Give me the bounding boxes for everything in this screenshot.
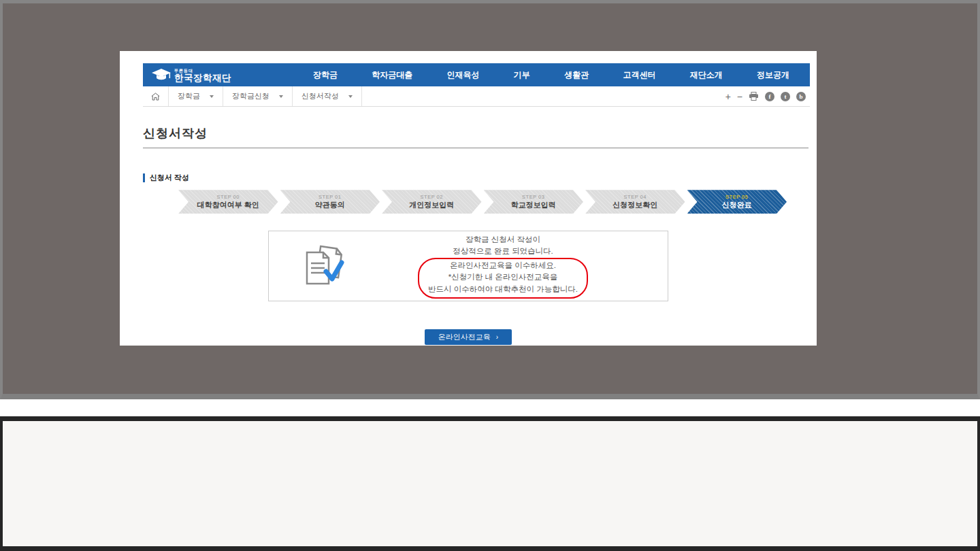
nav-item-disclosure[interactable]: 정보공개 bbox=[757, 69, 789, 81]
chevron-down-icon bbox=[348, 95, 353, 98]
step-personal-info: STEP 02 개인정보입력 bbox=[382, 190, 482, 214]
page-title: 신청서작성 bbox=[143, 125, 810, 141]
facebook-icon[interactable]: f bbox=[765, 92, 774, 101]
graduation-cap-icon bbox=[151, 67, 172, 82]
site-logo[interactable]: 푸른등대 한국장학재단 bbox=[151, 67, 231, 82]
breadcrumb-scholarship-apply[interactable]: 장학금신청 bbox=[223, 86, 293, 106]
completion-message: 장학금 신청서 작성이 정상적으로 완료 되었습니다. 온라인사전교육을 이수하… bbox=[356, 234, 668, 299]
logo-title: 한국장학재단 bbox=[174, 73, 231, 83]
nav-item-customer-center[interactable]: 고객센터 bbox=[623, 69, 655, 81]
nav-item-donation[interactable]: 기부 bbox=[514, 69, 530, 81]
arrow-right-icon: › bbox=[496, 334, 498, 341]
message-line-1: 장학금 신청서 작성이 bbox=[356, 234, 650, 246]
bottom-panel bbox=[3, 421, 977, 546]
step-terms-agreement: STEP 01 약관동의 bbox=[280, 190, 380, 214]
red-annotation-circle: 온라인사전교육을 이수하세요. *신청기한 내 온라인사전교육을 반드시 이수하… bbox=[418, 258, 588, 299]
completion-message-box: 장학금 신청서 작성이 정상적으로 완료 되었습니다. 온라인사전교육을 이수하… bbox=[268, 231, 668, 301]
font-zoom-out-button[interactable]: − bbox=[737, 92, 742, 101]
online-pre-education-button[interactable]: 온라인사전교육 › bbox=[425, 329, 512, 345]
breadcrumb-application-form[interactable]: 신청서작성 bbox=[293, 86, 362, 106]
nav-item-about[interactable]: 재단소개 bbox=[690, 69, 723, 81]
home-icon bbox=[151, 93, 160, 101]
white-gap bbox=[0, 399, 980, 416]
website-screenshot: 푸른등대 한국장학재단 장학금 학자금대출 인재육성 기부 생활관 고객센터 재… bbox=[120, 51, 817, 346]
progress-steps: STEP 00 대학참여여부 확인 STEP 01 약관동의 STEP 02 개… bbox=[178, 190, 787, 214]
twitter-icon[interactable]: t bbox=[781, 92, 790, 101]
page-tools: + − f t b bbox=[725, 92, 810, 101]
site-header: 푸른등대 한국장학재단 장학금 학자금대출 인재육성 기부 생활관 고객센터 재… bbox=[143, 63, 810, 86]
title-divider bbox=[143, 148, 808, 148]
blog-icon[interactable]: b bbox=[796, 92, 806, 101]
step-university-participation: STEP 00 대학참여여부 확인 bbox=[178, 190, 278, 214]
step-application-review: STEP 04 신청정보확인 bbox=[585, 190, 685, 214]
section-title: 신청서 작성 bbox=[143, 173, 817, 182]
slide-background: 푸른등대 한국장학재단 장학금 학자금대출 인재육성 기부 생활관 고객센터 재… bbox=[0, 0, 980, 399]
nav-item-student-loan[interactable]: 학자금대출 bbox=[372, 69, 412, 81]
document-check-icon bbox=[299, 244, 356, 288]
nav-item-scholarship[interactable]: 장학금 bbox=[313, 69, 338, 81]
message-line-2: 정상적으로 완료 되었습니다. bbox=[356, 246, 650, 257]
breadcrumb-scholarship[interactable]: 장학금 bbox=[169, 86, 223, 106]
bottom-panel-frame bbox=[0, 416, 980, 551]
font-zoom-in-button[interactable]: + bbox=[725, 92, 731, 101]
print-icon[interactable] bbox=[749, 92, 759, 101]
logo-slogan: 푸른등대 bbox=[174, 69, 231, 73]
message-line-4: *신청기한 내 온라인사전교육을 bbox=[428, 271, 578, 283]
main-nav: 장학금 학자금대출 인재육성 기부 생활관 고객센터 재단소개 정보공개 bbox=[231, 69, 810, 81]
step-application-complete: STEP 05 신청완료 bbox=[687, 190, 787, 214]
nav-item-talent[interactable]: 인재육성 bbox=[447, 69, 480, 81]
step-school-info: STEP 03 학교정보입력 bbox=[484, 190, 584, 214]
message-line-5: 반드시 이수하여야 대학추천이 가능합니다. bbox=[428, 284, 578, 295]
nav-item-dormitory[interactable]: 생활관 bbox=[564, 69, 589, 81]
breadcrumb: 장학금 장학금신청 신청서작성 + − f t bbox=[143, 86, 810, 107]
chevron-down-icon bbox=[210, 95, 214, 98]
home-button[interactable] bbox=[143, 86, 169, 106]
chevron-down-icon bbox=[279, 95, 283, 98]
message-line-3: 온라인사전교육을 이수하세요. bbox=[428, 260, 578, 271]
